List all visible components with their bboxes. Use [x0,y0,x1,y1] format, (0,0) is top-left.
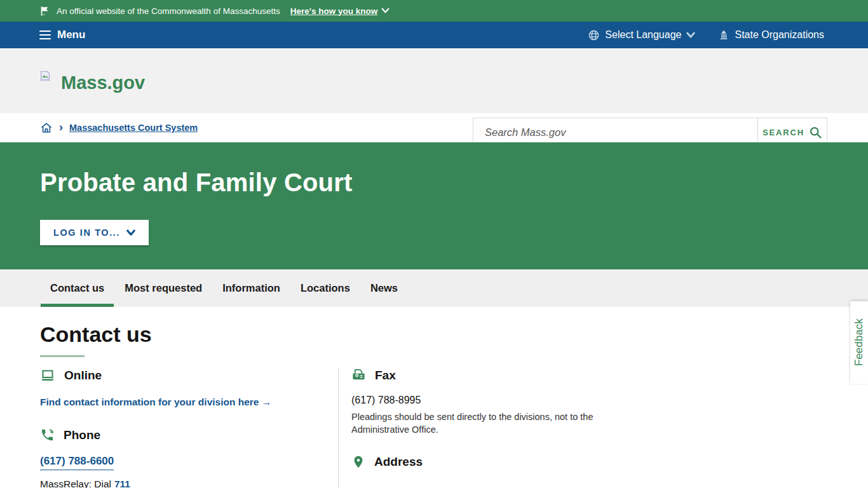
section-tab-bar: Contact us Most requested Information Lo… [0,269,868,307]
hero-banner: Probate and Family Court LOG IN TO... Fe… [0,142,868,269]
address-heading: Address [374,455,423,469]
tab-news[interactable]: News [361,269,407,307]
menu-label: Menu [57,29,85,41]
section-title: Contact us [40,322,868,347]
online-heading: Online [64,369,102,383]
title-underline [40,355,85,357]
feedback-tab[interactable]: Feedback [850,301,868,384]
tab-locations[interactable]: Locations [291,269,360,307]
phone-icon [40,428,55,442]
phone-heading: Phone [64,428,100,442]
contact-column-left: Online Find contact information for your… [40,368,339,488]
state-organizations-label: State Organizations [735,29,824,41]
menu-button[interactable]: Menu [39,29,85,41]
heres-how-you-know-link[interactable]: Here's how you know [290,6,390,16]
state-organizations-link[interactable]: State Organizations [718,29,824,41]
chevron-down-icon [381,8,390,14]
main-nav: Menu Select Language State Organizations [0,22,868,48]
broken-image-icon [40,71,51,82]
site-header: Mass.gov SEARCH [0,48,868,113]
fax-note: Pleadings should be sent directly to the… [351,410,599,436]
logo-text: Mass.gov [61,72,145,93]
tab-most-requested[interactable]: Most requested [115,269,212,307]
fax-heading: Fax [375,369,396,383]
search-icon [809,126,822,139]
massrelay-711-link[interactable]: 711 [114,478,130,488]
official-banner: An official website of the Commonwealth … [0,0,868,22]
language-selector-label: Select Language [605,29,681,41]
globe-icon [588,29,600,41]
address-section: Address [351,455,644,469]
chevron-down-icon [126,229,135,236]
ma-flag-icon [39,6,50,17]
hamburger-icon [39,30,51,40]
phone-number-link[interactable]: (617) 788-6600 [40,455,114,470]
contact-us-section: Contact us Online Find contact informati… [0,307,868,488]
tab-contact-us[interactable]: Contact us [41,269,114,307]
fax-section: Fax (617) 788-8995 Pleadings should be s… [351,368,644,436]
capitol-icon [718,29,729,41]
location-pin-icon [351,455,365,469]
fax-number: (617) 788-8995 [351,395,644,406]
official-site-text: An official website of the Commonwealth … [57,6,280,16]
phone-section: Phone (617) 788-6600 MassRelay: Dial711 [40,428,338,488]
breadcrumb-separator: › [59,121,63,134]
fax-icon [351,368,366,383]
tab-information[interactable]: Information [213,269,290,307]
massrelay-text: MassRelay: Dial711 [40,478,338,488]
laptop-icon [40,368,55,383]
division-contact-link[interactable]: Find contact information for your divisi… [40,396,271,408]
contact-column-right: Fax (617) 788-8995 Pleadings should be s… [339,368,644,488]
arrow-right-icon: → [262,396,272,407]
page-title: Probate and Family Court [40,142,868,197]
language-selector[interactable]: Select Language [588,29,695,41]
log-in-to-dropdown-button[interactable]: LOG IN TO... [40,220,149,245]
logo-link[interactable]: Mass.gov [40,69,145,93]
home-link[interactable] [40,121,53,134]
online-section: Online Find contact information for your… [40,368,338,408]
breadcrumb-link-court-system[interactable]: Massachusetts Court System [69,123,198,133]
chevron-down-icon [686,32,695,39]
